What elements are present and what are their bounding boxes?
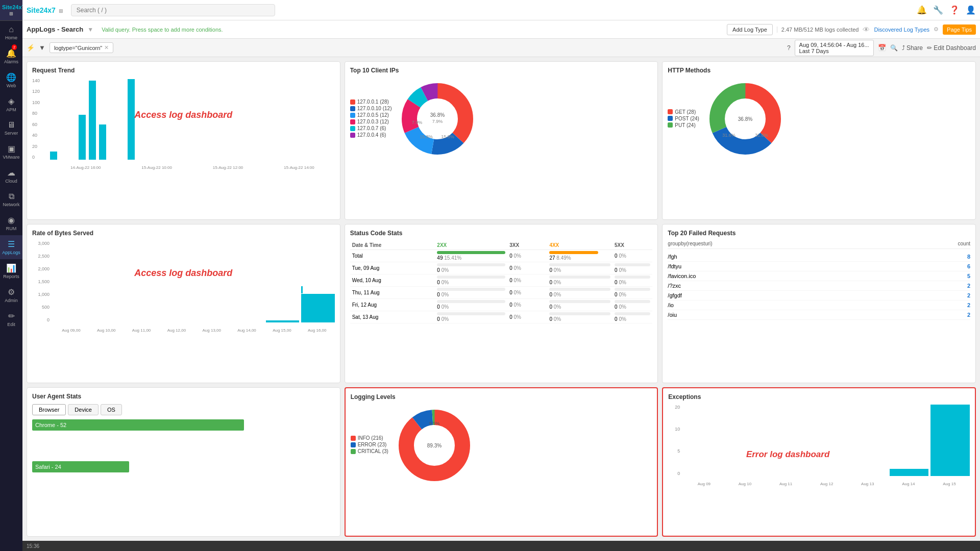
filter-remove-icon[interactable]: ✕ [104,44,109,51]
filter-tag[interactable]: logtype="Gunicorn" ✕ [50,42,113,53]
bytes-bar-7 [266,320,299,323]
table-row-total: Total 49 15.41% 0 0% 27 8.49% 0 0% [350,250,653,262]
sidebar-item-server[interactable]: 🖥 Server [0,116,22,140]
sidebar: Site24x7 ⊞ ⌂ Home 🔔 2 Alarms 🌐 Web ◈ APM… [0,0,22,551]
list-item: /oiu2 [668,310,970,320]
sidebar-label-rum: RUM [6,226,17,231]
svg-text:7.9%: 7.9% [432,119,443,124]
http-methods-legend: GET (28) POST (24) PUT (24) [668,109,699,129]
svg-text:9.5%: 9.5% [429,421,440,426]
row-3xx-sat13: 0 0% [507,311,547,323]
tab-device[interactable]: Device [68,404,99,415]
bytes-spike [301,286,303,293]
list-item: /?zxc2 [668,281,970,291]
logging-legend: INFO (216) ERROR (23) CRITICAL (3) [351,435,388,455]
help-filter-button[interactable]: ? [787,44,791,52]
reports-icon: 📊 [6,263,16,273]
row-4xx-tue09: 0 0% [547,262,612,274]
failed-path: /oiu [668,312,677,318]
topbar-logo-accent: 24x7 [40,6,56,14]
valid-query-text: Valid query. Press space to add more con… [102,27,223,33]
calendar-icon[interactable]: 📅 [878,44,886,52]
failed-col1-header: groupby(requesturi) [668,241,712,246]
table-row-fri12: Fri, 12 Aug 0 0% 0 0% 0 0% 0 0% [350,299,653,311]
help-icon[interactable]: ❓ [949,5,960,15]
sidebar-item-network[interactable]: ⧉ Network [0,188,22,211]
applogs-icon: ☰ [8,239,15,249]
discovered-log-types-link[interactable]: Discovered Log Types [874,27,929,33]
svg-text:36.8%: 36.8% [738,116,752,122]
settings-icon[interactable]: ⚙ [934,26,939,33]
bytes-bar-8 [301,294,334,322]
row-3xx-tue09: 0 0% [507,262,547,274]
share-button[interactable]: ⤴ Share [902,44,923,52]
sidebar-label-web: Web [7,83,16,88]
y-axis-labels: 140120100806040200 [32,78,47,160]
sidebar-item-reports[interactable]: 📊 Reports [0,259,22,283]
http-methods-donut: 36.8% 31.6% 31.6% [704,78,786,160]
row-2xx-thu11: 0 0% [435,287,507,299]
filter-tag-text: logtype="Gunicorn" [54,45,102,51]
tab-browser[interactable]: Browser [32,404,66,415]
sidebar-label-vmware: VMware [3,155,19,160]
bell-icon[interactable]: 🔔 [917,5,927,15]
search-input[interactable] [71,4,275,16]
filter-bar-right: ? Aug 09, 14:56:04 - Aug 16...Last 7 Day… [787,40,976,56]
sidebar-item-edit[interactable]: ✏ Edit [0,307,22,331]
list-item: Safari - 24 [32,461,335,472]
edit-dashboard-button[interactable]: ✏ Edit Dashboard [927,44,976,52]
sidebar-item-alarms[interactable]: 🔔 2 Alarms [0,44,22,68]
failed-count: 2 [967,292,970,298]
status-table-container[interactable]: Date & Time 2XX 3XX 4XX 5XX Total [350,241,653,323]
safari-bar: Safari - 24 [32,461,129,472]
panel-user-agent: User Agent Stats Browser Device OS Chrom… [27,387,340,537]
logs-collected-text: 2.47 MB/512 MB logs collected [777,27,859,33]
filter-dropdown[interactable]: ▼ [39,44,45,52]
sidebar-logo: Site24x7 ⊞ [0,0,22,21]
safari-bar-label: Safari - 24 [35,464,61,470]
sidebar-item-admin[interactable]: ⚙ Admin [0,283,22,307]
bar-4 [99,124,106,160]
rum-icon: ◉ [8,215,15,225]
sidebar-label-apm: APM [6,107,16,112]
sidebar-label-applogs: AppLogs [2,250,20,255]
time-range-selector[interactable]: Aug 09, 14:56:04 - Aug 16...Last 7 Days [795,40,874,56]
list-item: /fgh8 [668,252,970,262]
svg-text:7.9%: 7.9% [412,120,423,125]
row-4xx-wed10: 0 0% [547,274,612,287]
list-item: /io2 [668,300,970,310]
row-5xx-tue09: 0 0% [612,262,652,274]
svg-text:31.6%: 31.6% [722,133,736,138]
bytes-bars [54,241,335,322]
add-log-button[interactable]: Add Log Type [727,24,773,35]
failed-path: /gfgdf [668,292,682,298]
admin-icon: ⚙ [8,287,15,297]
bytes-served-chart: 3,0002,5002,0001,5001,0005000 Aug 09,00A… [32,241,335,333]
failed-requests-list: /fgh8 /fdtyu6 /favicon.ico5 /?zxc2 /gfgd… [668,252,970,320]
sidebar-item-apm[interactable]: ◈ APM [0,92,22,116]
panel-exceptions: Exceptions 201050 Aug 09Aug 10Aug 11Aug … [662,387,976,537]
search-button[interactable]: 🔍 [890,44,898,52]
sidebar-item-home[interactable]: ⌂ Home [0,21,22,44]
sidebar-grid-icon: ⊞ [2,11,20,16]
sidebar-item-cloud[interactable]: ☁ Cloud [0,164,22,188]
sidebar-item-vmware[interactable]: ▣ VMware [0,140,22,164]
page-tips-button[interactable]: Page Tips [943,24,976,35]
sidebar-item-web[interactable]: 🌐 Web [0,68,22,92]
wrench-icon[interactable]: 🔧 [933,5,943,15]
bytes-overlay: Access log dashboard [134,268,232,279]
user-agent-tabs: Browser Device OS [32,404,335,415]
sidebar-item-rum[interactable]: ◉ RUM [0,211,22,235]
http-methods-title: HTTP Methods [668,67,970,74]
tab-os[interactable]: OS [101,404,122,415]
dropdown-arrow[interactable]: ▼ [87,26,93,33]
row-4xx-thu11: 0 0% [547,287,612,299]
exc-bar-7 [930,405,970,476]
sidebar-item-applogs[interactable]: ☰ AppLogs [0,235,22,259]
user-icon[interactable]: 👤 [966,5,976,15]
row-3xx-fri12: 0 0% [507,299,547,311]
table-row-tue09: Tue, 09 Aug 0 0% 0 0% 0 0% 0 0% [350,262,653,274]
sidebar-label-alarms: Alarms [4,59,18,64]
bar-2 [79,115,86,160]
row-2xx-fri12: 0 0% [435,299,507,311]
